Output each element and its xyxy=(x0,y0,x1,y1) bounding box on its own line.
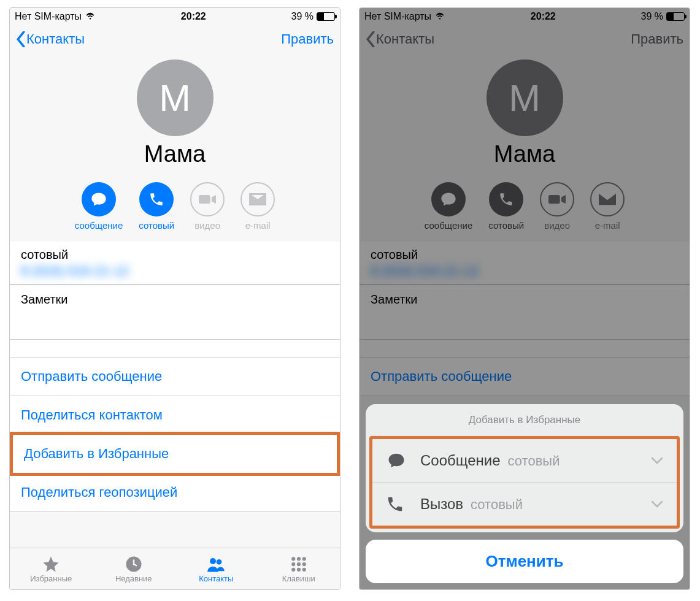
svg-point-6 xyxy=(291,562,295,565)
action-video-label: видео xyxy=(194,220,220,231)
svg-point-1 xyxy=(210,558,216,564)
phone-screenshot-left: Нет SIM-карты 20:22 39 % Контакты Правит… xyxy=(9,7,340,590)
status-time: 20:22 xyxy=(181,11,206,22)
sheet-option-message[interactable]: Сообщение сотовый xyxy=(372,439,677,482)
clock-icon xyxy=(125,555,143,573)
sheet-message-sub: сотовый xyxy=(508,453,560,469)
keypad-icon xyxy=(290,555,308,573)
share-contact-link[interactable]: Поделиться контактом xyxy=(10,396,340,435)
svg-point-11 xyxy=(302,567,306,571)
back-label: Контакты xyxy=(26,31,85,47)
sheet-title: Добавить в Избранные xyxy=(366,404,683,436)
phone-label: сотовый xyxy=(21,248,329,262)
action-row: сообщение сотовый видео e-mail xyxy=(10,170,340,242)
svg-point-7 xyxy=(297,562,301,565)
svg-point-10 xyxy=(297,567,301,571)
action-call-label: сотовый xyxy=(139,220,174,231)
message-icon xyxy=(386,451,407,470)
phone-row[interactable]: сотовый 8 (916) 016-21-12 xyxy=(10,242,340,285)
tab-keypad-label: Клавиши xyxy=(282,574,315,583)
battery-icon xyxy=(317,12,335,21)
tab-keypad[interactable]: Клавиши xyxy=(258,548,340,589)
highlight-add-favorite: Добавить в Избранные xyxy=(10,432,340,476)
sheet-message-label: Сообщение xyxy=(420,452,501,469)
tab-contacts[interactable]: Контакты xyxy=(175,548,258,589)
phone-icon xyxy=(148,191,164,207)
tab-contacts-label: Контакты xyxy=(199,574,233,583)
phone-icon xyxy=(386,495,404,513)
svg-point-2 xyxy=(217,559,222,564)
phone-number: 8 (916) 016-21-12 xyxy=(21,263,329,279)
wifi-icon xyxy=(85,12,96,21)
action-call[interactable]: сотовый xyxy=(139,182,174,231)
tab-recents[interactable]: Недавние xyxy=(93,548,175,589)
message-icon xyxy=(90,191,107,208)
tab-favorites[interactable]: Избранные xyxy=(10,548,93,589)
sheet-option-call[interactable]: Вызов сотовый xyxy=(372,482,677,526)
notes-label: Заметки xyxy=(21,293,329,307)
action-message[interactable]: сообщение xyxy=(75,182,123,231)
action-message-label: сообщение xyxy=(75,220,123,231)
detail-list: сотовый 8 (916) 016-21-12 Заметки Отправ… xyxy=(10,242,340,512)
chevron-down-icon xyxy=(651,456,663,465)
svg-point-8 xyxy=(302,562,306,565)
back-button[interactable]: Контакты xyxy=(16,31,85,47)
action-sheet: Добавить в Избранные Сообщение сотовый В… xyxy=(366,404,683,583)
sheet-panel: Добавить в Избранные Сообщение сотовый В… xyxy=(366,404,683,532)
chevron-left-icon xyxy=(16,31,26,47)
send-message-link[interactable]: Отправить сообщение xyxy=(10,357,340,396)
nav-bar: Контакты Править xyxy=(10,25,340,53)
contacts-icon xyxy=(207,555,225,573)
avatar: М xyxy=(137,59,213,136)
contact-name: Мама xyxy=(10,141,340,167)
notes-row[interactable]: Заметки xyxy=(10,285,340,340)
svg-point-5 xyxy=(302,557,306,561)
sim-status: Нет SIM-карты xyxy=(15,11,82,22)
action-video[interactable]: видео xyxy=(190,182,225,231)
sheet-call-sub: сотовый xyxy=(471,497,523,513)
sheet-cancel-button[interactable]: Отменить xyxy=(366,540,683,583)
tab-recents-label: Недавние xyxy=(115,574,152,583)
status-bar: Нет SIM-карты 20:22 39 % xyxy=(10,8,340,25)
tab-favorites-label: Избранные xyxy=(30,574,72,583)
svg-point-3 xyxy=(291,557,295,561)
svg-point-4 xyxy=(297,557,301,561)
video-icon xyxy=(199,193,216,205)
sheet-call-label: Вызов xyxy=(420,496,463,513)
svg-point-9 xyxy=(291,567,295,571)
edit-button[interactable]: Править xyxy=(281,31,334,47)
highlight-sheet-options: Сообщение сотовый Вызов сотовый xyxy=(369,436,680,529)
add-favorite-link[interactable]: Добавить в Избранные xyxy=(13,435,337,473)
battery-percent: 39 % xyxy=(291,11,313,22)
email-icon xyxy=(249,193,266,205)
share-location-link[interactable]: Поделиться геопозицией xyxy=(10,473,340,512)
contact-header: М Мама xyxy=(10,53,340,170)
phone-screenshot-right: Нет SIM-карты 20:22 39 % Контакты Правит… xyxy=(359,7,690,590)
chevron-down-icon xyxy=(651,500,663,508)
star-icon xyxy=(42,555,60,573)
action-email-label: e-mail xyxy=(245,220,271,231)
action-email[interactable]: e-mail xyxy=(240,182,275,231)
tab-bar: Избранные Недавние Контакты Клавиши xyxy=(10,548,340,589)
